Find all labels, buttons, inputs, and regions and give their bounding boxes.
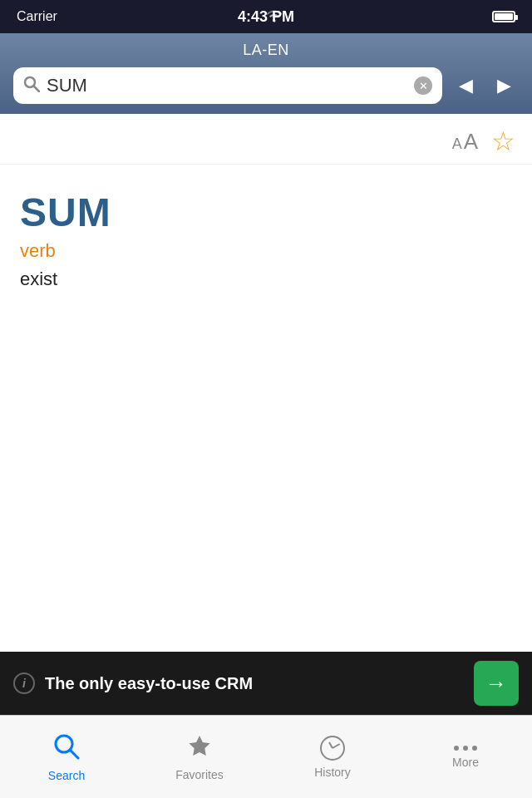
tab-bar: Search Favorites History More	[0, 715, 532, 798]
search-icon	[23, 76, 40, 96]
battery-area	[492, 11, 515, 22]
ad-text: The only easy-to-use CRM	[45, 674, 464, 693]
next-button[interactable]: ▶	[489, 71, 519, 101]
word-definition: exist	[20, 268, 512, 290]
history-tab-icon	[320, 736, 345, 761]
status-bar: Carrier 4:43 PM	[0, 0, 532, 33]
battery-icon	[492, 11, 515, 22]
toolbar: A A ☆	[0, 114, 532, 165]
word-title: SUM	[20, 190, 512, 235]
tab-more[interactable]: More	[399, 716, 532, 798]
font-large-label[interactable]: A	[464, 129, 478, 155]
search-bar[interactable]: SUM ✕	[13, 67, 442, 104]
tab-search-label: Search	[48, 769, 85, 782]
nav-bar: LA-EN SUM ✕ ◀ ▶	[0, 33, 532, 114]
svg-line-1	[34, 86, 39, 91]
search-tab-icon	[52, 732, 81, 764]
ad-info-button[interactable]: i	[13, 672, 35, 694]
font-size-control[interactable]: A A	[452, 129, 478, 155]
search-input[interactable]: SUM	[47, 75, 407, 96]
tab-more-label: More	[452, 756, 479, 769]
tab-history[interactable]: History	[266, 716, 399, 798]
prev-button[interactable]: ◀	[451, 71, 480, 101]
status-time: 4:43 PM	[238, 8, 294, 26]
tab-favorites-label: Favorites	[175, 768, 224, 781]
word-part-of-speech: verb	[20, 240, 512, 262]
favorite-button[interactable]: ☆	[491, 126, 515, 157]
tab-search[interactable]: Search	[0, 716, 133, 798]
nav-title: LA-EN	[13, 42, 519, 59]
tab-history-label: History	[314, 766, 351, 779]
carrier-text: Carrier	[17, 9, 57, 24]
ad-arrow-icon: →	[485, 671, 507, 697]
clear-button[interactable]: ✕	[414, 76, 432, 95]
ad-info-icon: i	[22, 677, 26, 690]
main-content: SUM verb exist	[0, 165, 532, 307]
tab-favorites[interactable]: Favorites	[133, 716, 266, 798]
ad-banner[interactable]: i The only easy-to-use CRM →	[0, 652, 532, 715]
favorites-tab-icon	[186, 733, 213, 763]
more-tab-icon	[454, 746, 477, 751]
nav-controls: SUM ✕ ◀ ▶	[13, 67, 519, 104]
font-small-label[interactable]: A	[452, 135, 462, 153]
ad-cta-button[interactable]: →	[474, 661, 519, 706]
svg-line-3	[70, 750, 78, 758]
